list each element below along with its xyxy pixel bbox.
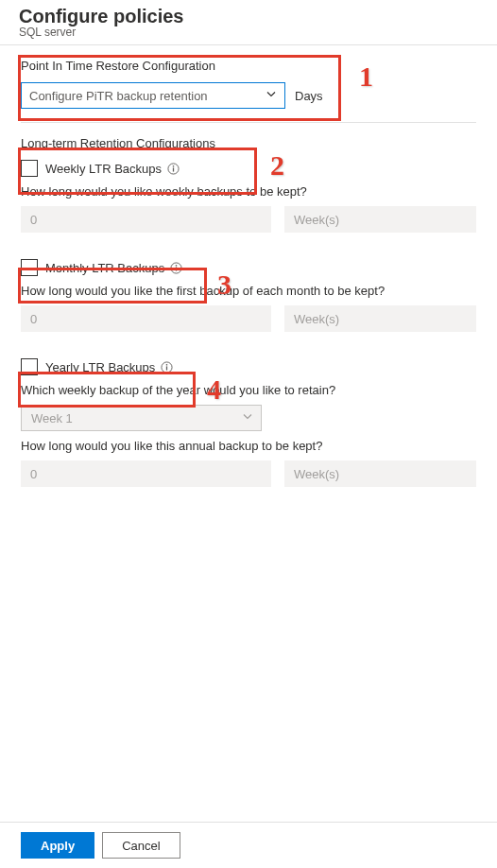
ltr-section: Long-term Retention Configurations Weekl… [21, 136, 476, 233]
yearly-ltr-checkbox[interactable] [21, 358, 38, 375]
yearly-input-row: 0 Week(s) [21, 460, 476, 487]
monthly-ltr-row: Monthly LTR Backups [21, 259, 476, 276]
pitr-retention-dropdown[interactable]: Configure PiTR backup retention [21, 82, 285, 109]
chevron-down-icon [266, 89, 277, 103]
weekly-ltr-label: Weekly LTR Backups [45, 162, 180, 176]
weekly-input-row: 0 Week(s) [21, 206, 476, 233]
panel-header: Configure policies SQL server [0, 0, 497, 45]
monthly-input-row: 0 Week(s) [21, 305, 476, 332]
page-subtitle: SQL server [19, 26, 478, 39]
yearly-duration-question: How long would you like this annual back… [21, 439, 476, 453]
svg-rect-2 [173, 167, 174, 171]
svg-point-4 [176, 264, 178, 266]
monthly-value-input[interactable]: 0 [21, 305, 271, 332]
svg-point-1 [173, 165, 175, 166]
weekly-unit-select[interactable]: Week(s) [284, 206, 476, 233]
info-icon[interactable] [161, 361, 173, 373]
weekly-value-input[interactable]: 0 [21, 206, 271, 233]
monthly-ltr-block: Monthly LTR Backups How long would you l… [21, 259, 476, 332]
yearly-ltr-label-text: Yearly LTR Backups [45, 360, 155, 374]
weekly-ltr-row: Weekly LTR Backups [21, 160, 476, 177]
monthly-ltr-label-text: Monthly LTR Backups [45, 261, 164, 275]
chevron-down-icon [242, 411, 253, 425]
yearly-which-question: Which weekly backup of the year would yo… [21, 383, 476, 397]
weekly-ltr-label-text: Weekly LTR Backups [45, 162, 162, 176]
yearly-ltr-block: Yearly LTR Backups Which weekly backup o… [21, 358, 476, 487]
monthly-unit-select[interactable]: Week(s) [284, 305, 476, 332]
svg-point-7 [166, 363, 168, 365]
monthly-question: How long would you like the first backup… [21, 284, 476, 298]
pitr-section: Point In Time Restore Configuration Conf… [21, 59, 476, 109]
pitr-heading: Point In Time Restore Configuration [21, 59, 476, 73]
page-title: Configure policies [19, 6, 478, 27]
svg-rect-5 [176, 267, 177, 270]
info-icon[interactable] [167, 163, 180, 175]
cancel-button[interactable]: Cancel [102, 832, 180, 859]
weekly-question: How long would you like weekly backups t… [21, 184, 476, 199]
yearly-ltr-label: Yearly LTR Backups [45, 360, 173, 374]
divider [21, 122, 476, 123]
apply-button[interactable]: Apply [21, 832, 94, 859]
monthly-ltr-label: Monthly LTR Backups [45, 261, 182, 275]
weekly-ltr-checkbox[interactable] [21, 160, 38, 177]
content-area: Point In Time Restore Configuration Conf… [0, 59, 497, 487]
pitr-unit-label: Days [295, 89, 323, 103]
svg-rect-8 [166, 366, 167, 370]
yearly-unit-select[interactable]: Week(s) [284, 460, 476, 487]
yearly-value-input[interactable]: 0 [21, 460, 271, 487]
footer: Apply Cancel [0, 822, 497, 868]
monthly-ltr-checkbox[interactable] [21, 259, 38, 276]
info-icon[interactable] [170, 262, 182, 274]
yearly-week-select[interactable]: Week 1 [21, 405, 262, 431]
ltr-heading: Long-term Retention Configurations [21, 136, 476, 150]
pitr-dropdown-row: Configure PiTR backup retention Days [21, 82, 476, 109]
yearly-ltr-row: Yearly LTR Backups [21, 358, 476, 375]
pitr-dropdown-placeholder: Configure PiTR backup retention [29, 89, 208, 103]
